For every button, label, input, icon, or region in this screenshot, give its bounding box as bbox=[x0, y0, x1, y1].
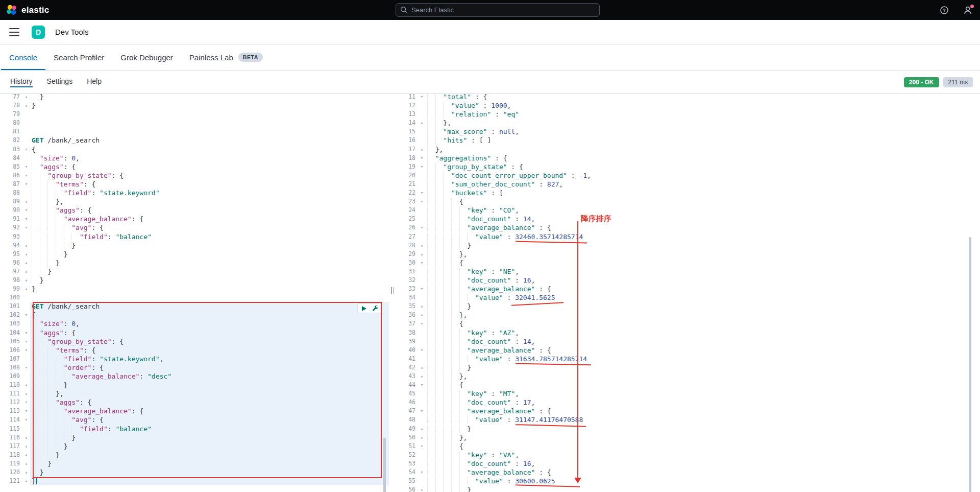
code-line-95[interactable]: 95▴ } bbox=[0, 250, 389, 259]
fold-toggle-icon[interactable]: ▾ bbox=[418, 442, 426, 451]
space-switcher[interactable]: D bbox=[32, 26, 45, 39]
code-line-105[interactable]: 105▾ "group_by_state": { bbox=[0, 337, 389, 346]
code-line-97[interactable]: 97▴ } bbox=[0, 267, 389, 276]
code-line-82[interactable]: 82GET /bank/_search bbox=[0, 136, 389, 145]
fold-toggle-icon[interactable]: ▴ bbox=[22, 468, 30, 477]
fold-toggle-icon[interactable]: ▴ bbox=[418, 302, 426, 311]
code-line-104[interactable]: 104▾ "aggs": { bbox=[0, 329, 389, 337]
fold-toggle-icon[interactable]: ▴ bbox=[22, 389, 30, 398]
fold-toggle-icon[interactable]: ▴ bbox=[22, 285, 30, 293]
tab-grok-debugger[interactable]: Grok Debugger bbox=[112, 44, 181, 70]
user-menu-button[interactable] bbox=[963, 5, 973, 15]
code-line-96[interactable]: 96▴ } bbox=[0, 259, 389, 267]
fold-toggle-icon[interactable]: ▾ bbox=[22, 206, 30, 215]
fold-toggle-icon[interactable]: ▴ bbox=[418, 433, 426, 442]
fold-toggle-icon[interactable]: ▴ bbox=[418, 485, 426, 492]
code-line-81[interactable]: 81 bbox=[0, 127, 389, 136]
fold-toggle-icon[interactable]: ▾ bbox=[22, 415, 30, 424]
menu-button[interactable] bbox=[9, 28, 19, 36]
code-line-77[interactable]: 77▴ } bbox=[0, 94, 389, 101]
code-line-115[interactable]: 115 "field": "balance" bbox=[0, 425, 389, 433]
settings-link[interactable]: Settings bbox=[47, 77, 73, 87]
code-line-84[interactable]: 84 "size": 0, bbox=[0, 154, 389, 162]
code-line-106[interactable]: 106▾ "terms": { bbox=[0, 346, 389, 355]
code-line-111[interactable]: 111▴ }, bbox=[0, 389, 389, 398]
fold-toggle-icon[interactable]: ▾ bbox=[22, 329, 30, 337]
tab-console[interactable]: Console bbox=[1, 44, 45, 70]
fold-toggle-icon[interactable]: ▴ bbox=[418, 311, 426, 319]
code-line-88[interactable]: 88 "field": "state.keyword" bbox=[0, 189, 389, 197]
fold-toggle-icon[interactable]: ▾ bbox=[418, 285, 426, 293]
code-line-90[interactable]: 90▾ "aggs": { bbox=[0, 206, 389, 215]
fold-toggle-icon[interactable]: ▾ bbox=[22, 180, 30, 189]
code-line-87[interactable]: 87▾ "terms": { bbox=[0, 180, 389, 189]
code-line-113[interactable]: 113▾ "average_balance": { bbox=[0, 407, 389, 415]
code-line-117[interactable]: 117▴ } bbox=[0, 442, 389, 451]
fold-toggle-icon[interactable]: ▾ bbox=[418, 468, 426, 477]
fold-toggle-icon[interactable]: ▾ bbox=[22, 407, 30, 415]
code-line-109[interactable]: 109 "average_balance": "desc" bbox=[0, 372, 389, 381]
editor-scrollbar[interactable] bbox=[383, 438, 386, 492]
help-button[interactable]: ? bbox=[939, 5, 949, 15]
fold-toggle-icon[interactable]: ▾ bbox=[22, 171, 30, 180]
fold-toggle-icon[interactable]: ▴ bbox=[22, 442, 30, 451]
help-link[interactable]: Help bbox=[87, 77, 102, 87]
fold-toggle-icon[interactable]: ▾ bbox=[418, 94, 426, 101]
response-scrollbar[interactable] bbox=[969, 237, 971, 492]
fold-toggle-icon[interactable]: ▾ bbox=[418, 319, 426, 328]
fold-toggle-icon[interactable]: ▴ bbox=[22, 381, 30, 389]
code-line-107[interactable]: 107 "field": "state.keyword", bbox=[0, 355, 389, 363]
fold-toggle-icon[interactable]: ▴ bbox=[418, 241, 426, 250]
fold-toggle-icon[interactable]: ▴ bbox=[22, 259, 30, 267]
code-line-83[interactable]: 83▾{ bbox=[0, 145, 389, 154]
code-line-120[interactable]: 120▴ } bbox=[0, 468, 389, 477]
code-line-86[interactable]: 86▾ "group_by_state": { bbox=[0, 171, 389, 180]
code-line-118[interactable]: 118▴ } bbox=[0, 451, 389, 459]
fold-toggle-icon[interactable]: ▾ bbox=[22, 223, 30, 232]
code-line-79[interactable]: 79 bbox=[0, 110, 389, 119]
fold-toggle-icon[interactable]: ▾ bbox=[22, 145, 30, 154]
code-line-99[interactable]: 99▴} bbox=[0, 285, 389, 293]
code-line-78[interactable]: 78▴} bbox=[0, 101, 389, 110]
code-line-112[interactable]: 112▾ "aggs": { bbox=[0, 398, 389, 407]
code-line-100[interactable]: 100 bbox=[0, 293, 389, 302]
fold-toggle-icon[interactable]: ▴ bbox=[22, 94, 30, 101]
global-search-input[interactable] bbox=[396, 3, 600, 17]
code-line-121[interactable]: 121▴} bbox=[0, 477, 389, 485]
fold-toggle-icon[interactable]: ▴ bbox=[418, 372, 426, 381]
tab-search-profiler[interactable]: Search Profiler bbox=[45, 44, 112, 70]
send-request-button[interactable] bbox=[361, 305, 368, 312]
fold-toggle-icon[interactable]: ▾ bbox=[22, 162, 30, 171]
fold-toggle-icon[interactable]: ▾ bbox=[418, 381, 426, 389]
fold-toggle-icon[interactable]: ▴ bbox=[418, 425, 426, 433]
fold-toggle-icon[interactable]: ▴ bbox=[22, 101, 30, 110]
code-line-119[interactable]: 119▴ } bbox=[0, 459, 389, 468]
code-line-85[interactable]: 85▾ "aggs": { bbox=[0, 162, 389, 171]
code-line-108[interactable]: 108▾ "order": { bbox=[0, 363, 389, 372]
elastic-logo[interactable]: elastic bbox=[6, 5, 49, 16]
fold-toggle-icon[interactable]: ▴ bbox=[418, 119, 426, 127]
fold-toggle-icon[interactable]: ▴ bbox=[22, 433, 30, 442]
request-options-button[interactable] bbox=[372, 305, 379, 312]
history-link[interactable]: History bbox=[10, 77, 33, 87]
code-line-114[interactable]: 114▾ "avg": { bbox=[0, 415, 389, 424]
code-line-94[interactable]: 94▴ } bbox=[0, 241, 389, 250]
fold-toggle-icon[interactable]: ▾ bbox=[418, 346, 426, 355]
code-line-92[interactable]: 92▾ "avg": { bbox=[0, 223, 389, 232]
code-line-91[interactable]: 91▾ "average_balance": { bbox=[0, 215, 389, 223]
fold-toggle-icon[interactable]: ▾ bbox=[22, 346, 30, 355]
code-line-110[interactable]: 110▴ } bbox=[0, 381, 389, 389]
request-editor-panel[interactable]: 77▴ }78▴}79808182GET /bank/_search83▾{84… bbox=[0, 94, 389, 492]
fold-toggle-icon[interactable]: ▴ bbox=[22, 451, 30, 459]
code-line-101[interactable]: 101GET /bank/_search bbox=[0, 302, 389, 311]
panel-resize-handle[interactable] bbox=[389, 94, 396, 492]
fold-toggle-icon[interactable]: ▴ bbox=[22, 250, 30, 259]
fold-toggle-icon[interactable]: ▾ bbox=[418, 162, 426, 171]
fold-toggle-icon[interactable]: ▾ bbox=[418, 407, 426, 415]
fold-toggle-icon[interactable]: ▾ bbox=[418, 223, 426, 232]
code-line-89[interactable]: 89▴ }, bbox=[0, 197, 389, 206]
code-line-102[interactable]: 102▾{ bbox=[0, 311, 389, 319]
code-line-80[interactable]: 80 bbox=[0, 119, 389, 127]
code-line-93[interactable]: 93 "field": "balance" bbox=[0, 232, 389, 241]
fold-toggle-icon[interactable]: ▾ bbox=[418, 197, 426, 206]
